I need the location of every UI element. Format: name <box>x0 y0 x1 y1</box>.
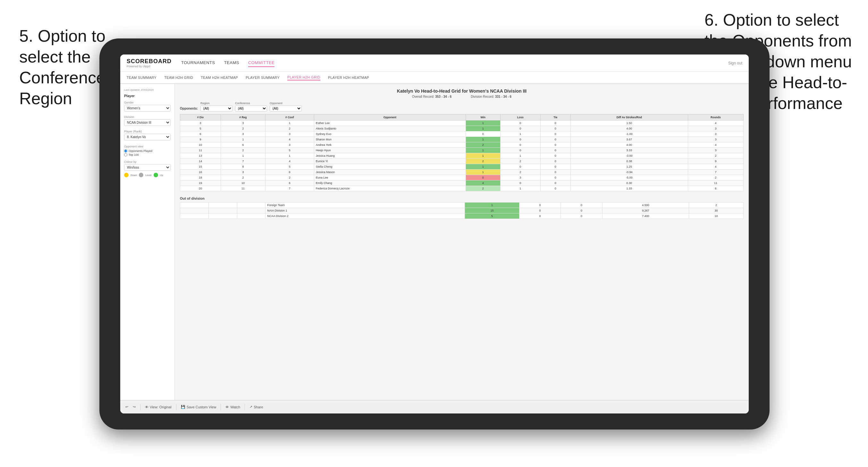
table-cell: 5 <box>465 214 520 219</box>
redo-btn[interactable]: ↪ <box>133 405 136 409</box>
table-cell: 3 <box>688 137 743 142</box>
sub-nav: TEAM SUMMARY TEAM H2H GRID TEAM H2H HEAT… <box>120 72 749 84</box>
subnav-player-summary[interactable]: PLAYER SUMMARY <box>246 75 280 80</box>
table-cell: 18 <box>180 175 221 181</box>
table-cell: 1.33 <box>570 186 688 191</box>
table-cell: 2 <box>689 203 744 208</box>
table-row: 1585Stella Cheng1001.254 <box>180 164 744 169</box>
table-cell: 4 <box>265 159 314 164</box>
region-filter-group: Region (All) <box>200 102 232 112</box>
share-label: Share <box>254 405 263 409</box>
table-row: 522Alexis Sudjianto1004.003 <box>180 126 744 131</box>
table-cell: 0 <box>500 126 540 131</box>
logo: SCOREBOARD Powered by clippd <box>127 58 172 68</box>
division-record-label: Division Record: 331 - 34 - 6 <box>471 95 512 98</box>
subnav-player-h2h-grid[interactable]: PLAYER H2H GRID <box>287 75 320 81</box>
table-cell <box>237 208 266 214</box>
table-cell: 3 <box>688 148 743 153</box>
watch-btn[interactable]: 👁 Watch <box>225 405 240 409</box>
save-custom-btn[interactable]: 💾 Save Custom View <box>181 405 216 409</box>
table-cell: 4 <box>688 164 743 169</box>
table-cell: 1 <box>500 186 540 191</box>
conference-filter-select[interactable]: (All) <box>235 105 267 112</box>
region-filter-select[interactable]: (All) <box>200 105 232 112</box>
table-cell: 0 <box>540 121 570 126</box>
player-rank-select[interactable]: 8. Katelyn Vo <box>124 134 170 141</box>
table-cell: 9.267 <box>602 208 689 214</box>
col-reg: # Reg <box>221 115 266 121</box>
region-filter-label: Region <box>200 102 232 105</box>
table-cell: 30 <box>689 208 744 214</box>
table-cell: 5 <box>265 148 314 153</box>
tablet-screen: SCOREBOARD Powered by clippd TOURNAMENTS… <box>120 55 749 413</box>
table-row: NCAA Division 25007.40010 <box>180 214 744 219</box>
table-cell: 0 <box>500 137 540 142</box>
table-cell: 2 <box>466 186 500 191</box>
table-row: 1822Euna Lee030-5.002 <box>180 175 744 181</box>
table-cell: Sydney Kuo <box>314 131 466 137</box>
table-cell: 9 <box>688 159 743 164</box>
toolbar-sep-4 <box>245 404 245 410</box>
table-cell: 0 <box>540 137 570 142</box>
table-cell: 14 <box>180 159 221 164</box>
table-cell: 2 <box>688 175 743 181</box>
table-cell: 3 <box>688 126 743 131</box>
table-cell: Esther Lee <box>314 121 466 126</box>
table-cell: 2 <box>265 126 314 131</box>
nav-committee[interactable]: COMMITTEE <box>248 59 275 67</box>
table-cell: 3 <box>500 175 540 181</box>
opponent-filter-group: Opponent (All) <box>270 102 302 112</box>
radio-top-100[interactable]: Top 100 <box>124 153 170 156</box>
view-original-btn[interactable]: 👁 View: Original <box>145 405 172 409</box>
table-cell: 2 <box>500 169 540 175</box>
table-cell: 6 <box>265 181 314 186</box>
table-cell: 4.00 <box>570 142 688 148</box>
table-cell: 8 <box>221 164 266 169</box>
table-cell: 0 <box>466 131 500 137</box>
table-row: 633Sydney Kuo010-1.003 <box>180 131 744 137</box>
table-row: 19106Emily Chang4000.3011 <box>180 181 744 186</box>
radio-opponents-played[interactable]: Opponents Played <box>124 149 170 153</box>
division-select[interactable]: NCAA Division III <box>124 119 170 126</box>
share-btn[interactable]: ↗ Share <box>249 405 263 409</box>
table-cell: 6 <box>688 186 743 191</box>
opponent-filter-select[interactable]: (All) <box>270 105 302 112</box>
table-cell: Sharon Mun <box>314 137 466 142</box>
nav-teams[interactable]: TEAMS <box>224 59 239 67</box>
table-cell: Federica Domecq Lacroze <box>314 186 466 191</box>
table-cell: 2 <box>221 148 266 153</box>
table-row: 20117Federica Domecq Lacroze2101.336 <box>180 186 744 191</box>
table-cell: Emily Chang <box>314 181 466 186</box>
colour-by-select[interactable]: Win/loss <box>124 164 170 171</box>
table-cell: 4 <box>466 181 500 186</box>
table-cell: 0 <box>540 159 570 164</box>
table-cell: 19 <box>180 181 221 186</box>
table-cell: 1 <box>465 203 520 208</box>
sign-out-link[interactable]: Sign out <box>728 61 742 65</box>
gender-select[interactable]: Women's <box>124 105 170 112</box>
main-content: Last Updated: 27/03/2024 Player Gender W… <box>120 84 749 400</box>
subnav-team-h2h-heatmap[interactable]: TEAM H2H HEATMAP <box>201 75 238 80</box>
table-cell: Foreign Team <box>266 203 465 208</box>
table-cell: 4 <box>265 137 314 142</box>
col-diff: Diff Av Strokes/Rnd <box>570 115 688 121</box>
subnav-player-h2h-heatmap[interactable]: PLAYER H2H HEATMAP <box>328 75 369 80</box>
nav-tournaments[interactable]: TOURNAMENTS <box>181 59 215 67</box>
swatch-down-label: Down <box>130 174 137 177</box>
table-cell <box>180 203 209 208</box>
table-cell <box>209 203 237 208</box>
undo-btn[interactable]: ↩ <box>125 405 128 409</box>
table-cell: 1 <box>265 153 314 159</box>
table-cell: 4.00 <box>570 126 688 131</box>
swatch-up <box>154 173 158 177</box>
table-cell: 0 <box>519 214 560 219</box>
overall-record-label: Overall Record: 353 - 34 - 6 <box>412 95 452 98</box>
table-cell: Stella Cheng <box>314 164 466 169</box>
table-cell: Jessica Huang <box>314 153 466 159</box>
subnav-team-summary[interactable]: TEAM SUMMARY <box>127 75 156 80</box>
table-cell: 11 <box>180 148 221 153</box>
subnav-team-h2h-grid[interactable]: TEAM H2H GRID <box>164 75 193 80</box>
table-cell: 5 <box>180 126 221 131</box>
table-cell <box>209 208 237 214</box>
table-cell: 0 <box>500 164 540 169</box>
